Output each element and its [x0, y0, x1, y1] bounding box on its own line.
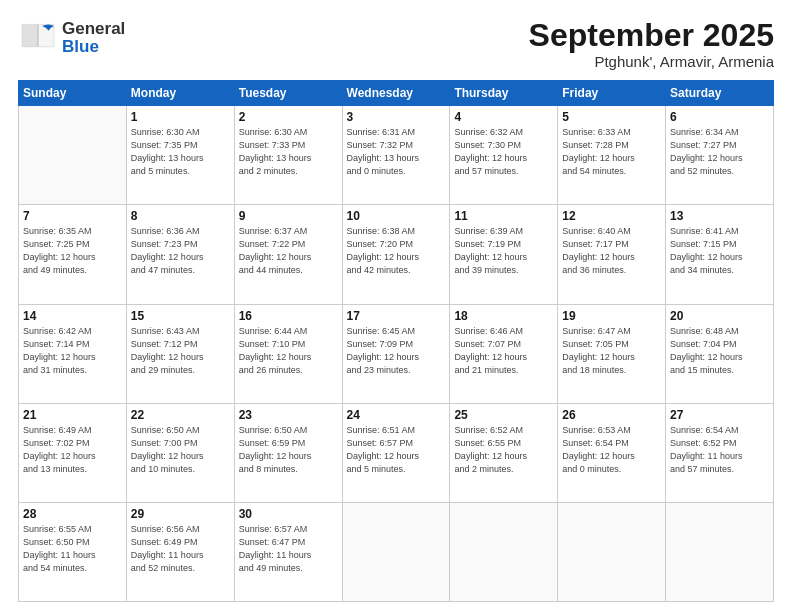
table-row: 18Sunrise: 6:46 AM Sunset: 7:07 PM Dayli…: [450, 304, 558, 403]
table-row: 4Sunrise: 6:32 AM Sunset: 7:30 PM Daylig…: [450, 106, 558, 205]
table-row: 15Sunrise: 6:43 AM Sunset: 7:12 PM Dayli…: [126, 304, 234, 403]
day-number: 20: [670, 309, 769, 323]
table-row: [450, 502, 558, 601]
col-friday: Friday: [558, 81, 666, 106]
day-number: 12: [562, 209, 661, 223]
table-row: 14Sunrise: 6:42 AM Sunset: 7:14 PM Dayli…: [19, 304, 127, 403]
col-thursday: Thursday: [450, 81, 558, 106]
header: General Blue September 2025 Ptghunk', Ar…: [18, 18, 774, 70]
col-wednesday: Wednesday: [342, 81, 450, 106]
day-number: 27: [670, 408, 769, 422]
table-row: 26Sunrise: 6:53 AM Sunset: 6:54 PM Dayli…: [558, 403, 666, 502]
day-number: 15: [131, 309, 230, 323]
table-row: 17Sunrise: 6:45 AM Sunset: 7:09 PM Dayli…: [342, 304, 450, 403]
table-row: 28Sunrise: 6:55 AM Sunset: 6:50 PM Dayli…: [19, 502, 127, 601]
day-number: 28: [23, 507, 122, 521]
table-row: 7Sunrise: 6:35 AM Sunset: 7:25 PM Daylig…: [19, 205, 127, 304]
table-row: 3Sunrise: 6:31 AM Sunset: 7:32 PM Daylig…: [342, 106, 450, 205]
day-number: 30: [239, 507, 338, 521]
day-info: Sunrise: 6:46 AM Sunset: 7:07 PM Dayligh…: [454, 325, 553, 377]
table-row: 2Sunrise: 6:30 AM Sunset: 7:33 PM Daylig…: [234, 106, 342, 205]
table-row: 25Sunrise: 6:52 AM Sunset: 6:55 PM Dayli…: [450, 403, 558, 502]
day-info: Sunrise: 6:31 AM Sunset: 7:32 PM Dayligh…: [347, 126, 446, 178]
table-row: 22Sunrise: 6:50 AM Sunset: 7:00 PM Dayli…: [126, 403, 234, 502]
day-info: Sunrise: 6:44 AM Sunset: 7:10 PM Dayligh…: [239, 325, 338, 377]
table-row: 24Sunrise: 6:51 AM Sunset: 6:57 PM Dayli…: [342, 403, 450, 502]
table-row: 23Sunrise: 6:50 AM Sunset: 6:59 PM Dayli…: [234, 403, 342, 502]
day-info: Sunrise: 6:41 AM Sunset: 7:15 PM Dayligh…: [670, 225, 769, 277]
col-monday: Monday: [126, 81, 234, 106]
table-row: 21Sunrise: 6:49 AM Sunset: 7:02 PM Dayli…: [19, 403, 127, 502]
day-number: 14: [23, 309, 122, 323]
day-number: 3: [347, 110, 446, 124]
calendar-title: September 2025: [529, 18, 774, 53]
day-info: Sunrise: 6:45 AM Sunset: 7:09 PM Dayligh…: [347, 325, 446, 377]
table-row: 1Sunrise: 6:30 AM Sunset: 7:35 PM Daylig…: [126, 106, 234, 205]
day-info: Sunrise: 6:49 AM Sunset: 7:02 PM Dayligh…: [23, 424, 122, 476]
day-info: Sunrise: 6:56 AM Sunset: 6:49 PM Dayligh…: [131, 523, 230, 575]
svg-rect-0: [22, 24, 38, 46]
day-number: 2: [239, 110, 338, 124]
day-info: Sunrise: 6:48 AM Sunset: 7:04 PM Dayligh…: [670, 325, 769, 377]
day-number: 21: [23, 408, 122, 422]
day-number: 9: [239, 209, 338, 223]
calendar-week-0: 1Sunrise: 6:30 AM Sunset: 7:35 PM Daylig…: [19, 106, 774, 205]
day-info: Sunrise: 6:36 AM Sunset: 7:23 PM Dayligh…: [131, 225, 230, 277]
day-info: Sunrise: 6:40 AM Sunset: 7:17 PM Dayligh…: [562, 225, 661, 277]
day-number: 24: [347, 408, 446, 422]
day-number: 11: [454, 209, 553, 223]
day-info: Sunrise: 6:54 AM Sunset: 6:52 PM Dayligh…: [670, 424, 769, 476]
table-row: [19, 106, 127, 205]
logo-icon: [18, 18, 58, 58]
day-info: Sunrise: 6:30 AM Sunset: 7:33 PM Dayligh…: [239, 126, 338, 178]
col-sunday: Sunday: [19, 81, 127, 106]
table-row: 20Sunrise: 6:48 AM Sunset: 7:04 PM Dayli…: [666, 304, 774, 403]
col-saturday: Saturday: [666, 81, 774, 106]
calendar-table: Sunday Monday Tuesday Wednesday Thursday…: [18, 80, 774, 602]
day-info: Sunrise: 6:43 AM Sunset: 7:12 PM Dayligh…: [131, 325, 230, 377]
day-number: 22: [131, 408, 230, 422]
day-number: 13: [670, 209, 769, 223]
day-number: 8: [131, 209, 230, 223]
day-info: Sunrise: 6:35 AM Sunset: 7:25 PM Dayligh…: [23, 225, 122, 277]
day-info: Sunrise: 6:50 AM Sunset: 6:59 PM Dayligh…: [239, 424, 338, 476]
table-row: 9Sunrise: 6:37 AM Sunset: 7:22 PM Daylig…: [234, 205, 342, 304]
table-row: 19Sunrise: 6:47 AM Sunset: 7:05 PM Dayli…: [558, 304, 666, 403]
logo-text: General Blue: [62, 20, 125, 56]
calendar-week-3: 21Sunrise: 6:49 AM Sunset: 7:02 PM Dayli…: [19, 403, 774, 502]
day-number: 4: [454, 110, 553, 124]
day-number: 23: [239, 408, 338, 422]
day-info: Sunrise: 6:39 AM Sunset: 7:19 PM Dayligh…: [454, 225, 553, 277]
day-info: Sunrise: 6:33 AM Sunset: 7:28 PM Dayligh…: [562, 126, 661, 178]
day-info: Sunrise: 6:52 AM Sunset: 6:55 PM Dayligh…: [454, 424, 553, 476]
day-info: Sunrise: 6:50 AM Sunset: 7:00 PM Dayligh…: [131, 424, 230, 476]
day-info: Sunrise: 6:51 AM Sunset: 6:57 PM Dayligh…: [347, 424, 446, 476]
table-row: 29Sunrise: 6:56 AM Sunset: 6:49 PM Dayli…: [126, 502, 234, 601]
table-row: 6Sunrise: 6:34 AM Sunset: 7:27 PM Daylig…: [666, 106, 774, 205]
day-number: 18: [454, 309, 553, 323]
calendar-subtitle: Ptghunk', Armavir, Armenia: [529, 53, 774, 70]
day-number: 25: [454, 408, 553, 422]
day-info: Sunrise: 6:30 AM Sunset: 7:35 PM Dayligh…: [131, 126, 230, 178]
calendar-week-1: 7Sunrise: 6:35 AM Sunset: 7:25 PM Daylig…: [19, 205, 774, 304]
table-row: 27Sunrise: 6:54 AM Sunset: 6:52 PM Dayli…: [666, 403, 774, 502]
table-row: 10Sunrise: 6:38 AM Sunset: 7:20 PM Dayli…: [342, 205, 450, 304]
day-info: Sunrise: 6:57 AM Sunset: 6:47 PM Dayligh…: [239, 523, 338, 575]
table-row: 30Sunrise: 6:57 AM Sunset: 6:47 PM Dayli…: [234, 502, 342, 601]
table-row: 5Sunrise: 6:33 AM Sunset: 7:28 PM Daylig…: [558, 106, 666, 205]
day-number: 17: [347, 309, 446, 323]
day-number: 19: [562, 309, 661, 323]
table-row: [558, 502, 666, 601]
table-row: [666, 502, 774, 601]
day-number: 1: [131, 110, 230, 124]
table-row: 13Sunrise: 6:41 AM Sunset: 7:15 PM Dayli…: [666, 205, 774, 304]
day-number: 7: [23, 209, 122, 223]
day-number: 16: [239, 309, 338, 323]
day-info: Sunrise: 6:32 AM Sunset: 7:30 PM Dayligh…: [454, 126, 553, 178]
day-info: Sunrise: 6:37 AM Sunset: 7:22 PM Dayligh…: [239, 225, 338, 277]
table-row: 8Sunrise: 6:36 AM Sunset: 7:23 PM Daylig…: [126, 205, 234, 304]
table-row: [342, 502, 450, 601]
calendar-header-row: Sunday Monday Tuesday Wednesday Thursday…: [19, 81, 774, 106]
calendar-week-4: 28Sunrise: 6:55 AM Sunset: 6:50 PM Dayli…: [19, 502, 774, 601]
title-block: September 2025 Ptghunk', Armavir, Armeni…: [529, 18, 774, 70]
